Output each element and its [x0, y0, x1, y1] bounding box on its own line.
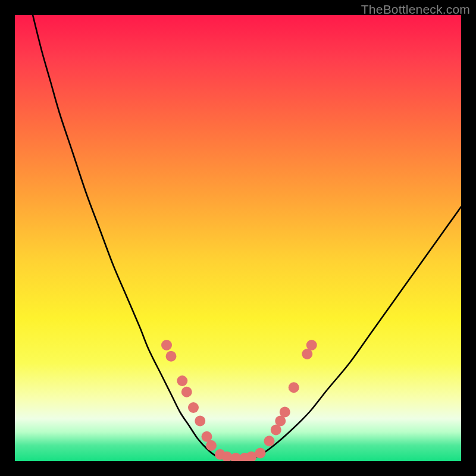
bottleneck-curve [33, 15, 461, 461]
curve-dot [280, 407, 290, 418]
curve-dots [161, 340, 317, 461]
curve-dot [188, 402, 199, 413]
curve-dot [255, 448, 266, 459]
plot-frame [15, 15, 461, 461]
chart-stage: TheBottleneck.com [0, 0, 476, 476]
curve-dot [264, 436, 275, 446]
curve-dot [306, 340, 317, 350]
curve-dot [166, 351, 177, 362]
curve-dot [289, 382, 299, 393]
curve-dot [195, 416, 205, 427]
curve-dot [177, 375, 187, 386]
watermark-text: TheBottleneck.com [361, 2, 470, 17]
curve-dot [206, 440, 217, 451]
curve-dot [161, 340, 172, 350]
chart-svg [15, 15, 461, 461]
curve-dot [181, 387, 192, 397]
